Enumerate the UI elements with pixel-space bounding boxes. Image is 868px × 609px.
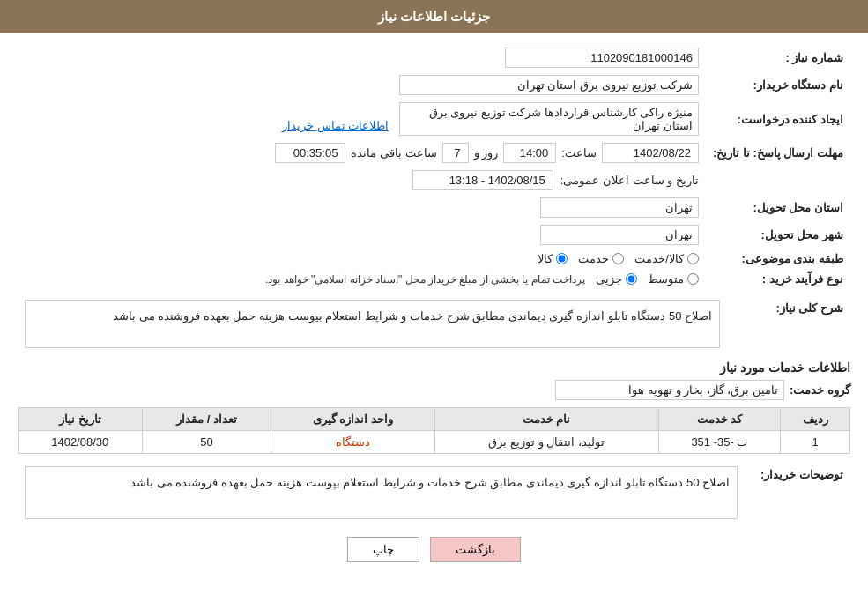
table-row: 1 ت -35- 351 تولید، انتقال و توزیع برق د… [19,431,850,454]
services-table: ردیف کد خدمت نام خدمت واحد اندازه گیری ت… [18,407,850,454]
print-button[interactable]: چاپ [347,537,419,562]
back-button[interactable]: بازگشت [430,537,521,562]
col-header-date: تاریخ نیاز [19,408,143,431]
deadline-remaining: 00:35:05 [275,143,345,163]
buyer-notes-label: توضیحات خریدار: [745,463,850,523]
deadline-time-label: ساعت: [561,146,597,160]
service-group-label: گروه خدمت: [790,383,850,397]
province-label: استان محل تحویل: [706,194,850,221]
row-number: 1 [781,431,850,454]
button-row: بازگشت چاپ [18,537,850,562]
col-header-code: کد خدمت [658,408,781,431]
row-qty: 50 [142,431,271,454]
page-title: جزئیات اطلاعات نیاز [378,9,490,24]
description-value: اصلاح 50 دستگاه تابلو اندازه گیری دیماند… [25,300,720,348]
deadline-days: 7 [442,143,469,163]
deadline-date: 1402/08/22 [602,143,699,163]
city-value: تهران [540,225,699,245]
announcement-label: تاریخ و ساعت اعلان عمومی: [560,174,699,187]
process-jozei[interactable]: جزیی [596,272,637,286]
deadline-remaining-label: ساعت باقی مانده [351,146,436,160]
category-khidmat[interactable]: خدمت [578,252,624,265]
row-unit: دستگاه [271,431,434,454]
process-note: پرداخت تمام یا بخشی از مبلغ خریداز محل "… [265,273,585,286]
province-value: تهران [540,197,699,218]
requester-label: ایجاد کننده درخواست: [706,99,850,139]
services-title: اطلاعات خدمات مورد نیاز [18,360,850,375]
buyer-name-value: شرکت توزیع نیروی برق استان تهران [399,75,699,95]
process-motavasset[interactable]: متوسط [648,272,699,286]
description-label: شرح کلی نیاز: [727,296,850,352]
city-label: شهر محل تحویل: [706,221,850,249]
category-label: طبقه بندی موضوعی: [706,249,850,269]
requester-contact-link[interactable]: اطلاعات تماس خریدار [282,119,389,132]
need-number-value: 1102090181000146 [505,48,699,68]
col-header-unit: واحد اندازه گیری [271,408,434,431]
row-name: تولید، انتقال و توزیع برق [434,431,658,454]
deadline-day-label: روز و [474,146,499,160]
row-code: ت -35- 351 [658,431,781,454]
col-header-name: نام خدمت [434,408,658,431]
category-kala-khidmat[interactable]: کالا/خدمت [634,252,699,265]
page-header: جزئیات اطلاعات نیاز [0,0,868,33]
deadline-time: 14:00 [503,143,556,163]
need-number-label: شماره نیاز : [706,44,850,71]
buyer-name-label: نام دستگاه خریدار: [706,71,850,99]
announcement-value: 1402/08/15 - 13:18 [412,170,553,190]
row-date: 1402/08/30 [19,431,143,454]
deadline-label: مهلت ارسال پاسخ: تا تاریخ: [706,139,850,167]
process-label: نوع فرآیند خرید : [706,269,850,289]
col-header-row: ردیف [781,408,850,431]
service-group-value: تامین برق، گاز، بخار و تهویه هوا [555,380,784,400]
requester-value: منیژه راکی کارشناس قراردادها شرکت توزیع … [399,102,699,136]
buyer-notes-value: اصلاح 50 دستگاه تابلو اندازه گیری دیماند… [25,466,738,519]
col-header-qty: تعداد / مقدار [142,408,271,431]
category-kala[interactable]: کالا [538,252,568,265]
